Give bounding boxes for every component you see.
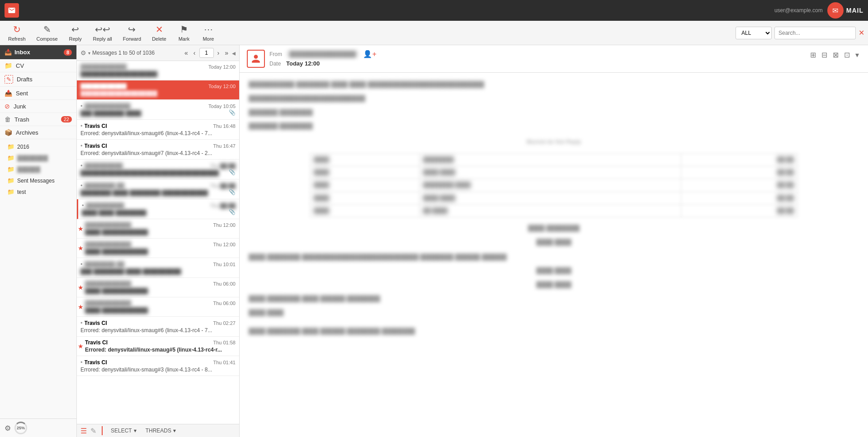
refresh-button[interactable]: ↻ Refresh xyxy=(4,22,30,43)
sent-label: Sent xyxy=(16,90,28,97)
main-layout: 📥 Inbox 8 📁 CV ✎ Drafts 📤 Sent ⊘ Junk 🗑 … xyxy=(0,45,868,437)
message-item[interactable]: ★ ████████████ Thu 12:00 ████ ██████████… xyxy=(77,239,239,258)
message-item[interactable]: • ██████████ Thu ██:██ █████████████████… xyxy=(77,160,239,179)
attachment-icon: 📎 xyxy=(229,169,236,175)
search-input[interactable] xyxy=(774,27,856,39)
compose-small-icon: ✎ xyxy=(90,427,96,435)
more-button[interactable]: ⋯ More xyxy=(197,22,220,43)
subject: ████████ ████ ████████ ████████████ xyxy=(80,190,236,196)
view-split-button[interactable]: ⊠ xyxy=(831,50,840,60)
star-icon: ★ xyxy=(78,284,84,291)
inbox-icon: 📥 xyxy=(5,49,12,56)
message-time: Thu 01:41 xyxy=(213,360,236,365)
sidebar-header-left: 📥 Inbox xyxy=(5,49,30,56)
progress-circle: 25% xyxy=(14,422,27,434)
sidebar-header: 📥 Inbox 8 xyxy=(0,45,76,59)
sidebar-folder-sent-messages[interactable]: 📁 Sent Messages xyxy=(0,175,76,186)
page-input[interactable] xyxy=(199,48,214,58)
expand-button[interactable]: ⊡ xyxy=(842,50,852,60)
message-item[interactable]: • Travis CI Thu 16:48 Errored: denysvita… xyxy=(77,120,239,140)
delete-button[interactable]: ✕ Delete xyxy=(147,22,171,43)
filter-select[interactable]: ALL Unread Starred xyxy=(736,27,772,39)
from-label: From xyxy=(269,51,282,57)
message-time: Today 12:00 xyxy=(208,64,236,70)
first-page-button[interactable]: « xyxy=(183,48,190,57)
sender: Travis CI xyxy=(85,320,211,326)
mail-icon-btn[interactable]: ✉ xyxy=(827,2,844,19)
sidebar-folder-3[interactable]: 📁 ██████ xyxy=(0,164,76,175)
reply-button[interactable]: ↩ Reply xyxy=(64,22,87,43)
next-page-button[interactable]: › xyxy=(216,48,222,57)
from-name: ████████████████ xyxy=(286,50,359,58)
sender: ████████████ xyxy=(85,281,210,287)
sidebar-item-cv[interactable]: 📁 CV xyxy=(0,59,76,72)
more-icon: ⋯ xyxy=(204,24,213,35)
junk-label: Junk xyxy=(14,103,26,110)
sidebar: 📥 Inbox 8 📁 CV ✎ Drafts 📤 Sent ⊘ Junk 🗑 … xyxy=(0,45,77,437)
sidebar-folder-test[interactable]: 📁 test xyxy=(0,186,76,197)
email-body-line: ███████████ ████████ ████ ████ █████████… xyxy=(249,80,859,89)
settings-list-icon[interactable]: ⚙ xyxy=(80,49,86,56)
sender: Travis CI xyxy=(85,339,210,346)
sender: Travis CI xyxy=(85,123,211,129)
sidebar-item-trash[interactable]: 🗑 Trash 22 xyxy=(0,113,76,126)
sidebar-item-sent[interactable]: 📤 Sent xyxy=(0,87,76,100)
sidebar-folder-2016[interactable]: 📁 2016 xyxy=(0,141,76,152)
sidebar-item-archives[interactable]: 📦 Archives xyxy=(0,126,76,139)
reply-all-button[interactable]: ↩↩ Reply all xyxy=(89,22,117,43)
message-item[interactable]: ████████████ Today 12:00 ███████████████… xyxy=(77,80,239,100)
message-time: Thu 12:00 xyxy=(213,242,236,247)
subject: ████████████████████████████████████ xyxy=(80,170,236,176)
sent-messages-icon: 📁 xyxy=(7,177,14,184)
subject: Errored: denysvitali/linux-smaug#6 (linu… xyxy=(80,327,236,334)
star-icon: ★ xyxy=(78,225,84,232)
top-bar-right: user@example.com ✉ MAIL xyxy=(774,2,863,19)
header-dropdown-icon[interactable]: ▾ xyxy=(88,51,90,56)
message-item[interactable]: ★ ████████████ Thu 06:00 ████ ██████████… xyxy=(77,278,239,297)
refresh-icon: ↻ xyxy=(13,24,21,35)
settings-icon[interactable]: ⚙ xyxy=(5,424,11,432)
email-body-footer: ████ ████████ ████ ██████ ████████ █████… xyxy=(249,327,859,336)
collapse-email-button[interactable]: ▾ xyxy=(854,50,861,60)
threads-button[interactable]: THREADS ▾ xyxy=(143,426,179,435)
toolbar-right: ALL Unread Starred ✕ xyxy=(736,27,864,39)
sidebar-item-drafts[interactable]: ✎ Drafts xyxy=(0,72,76,87)
view-full-button[interactable]: ⊟ xyxy=(820,50,829,60)
more-label: More xyxy=(203,36,214,42)
message-item[interactable]: • Travis CI Thu 02:27 Errored: denysvita… xyxy=(77,317,239,337)
folder-2-icon: 📁 xyxy=(7,155,14,161)
sidebar-item-junk[interactable]: ⊘ Junk xyxy=(0,100,76,113)
email-table: ██████████████:██ ████████ ██████:██ ███… xyxy=(310,153,798,217)
search-clear-icon[interactable]: ✕ xyxy=(859,28,864,37)
message-item[interactable]: • ████████ ██ Thu ██:██ ████████ ████ ██… xyxy=(77,179,239,199)
prev-page-button[interactable]: ‹ xyxy=(192,48,198,57)
message-item[interactable]: • ████████ ██ Thu 10:01 ███ ████████ ███… xyxy=(77,258,239,278)
trash-label: Trash xyxy=(14,116,29,123)
trash-icon: 🗑 xyxy=(5,116,11,123)
mail-badge: ✉ MAIL xyxy=(827,2,863,19)
last-page-button[interactable]: » xyxy=(223,48,230,57)
select-button[interactable]: SELECT ▾ xyxy=(108,426,139,435)
message-item[interactable]: • ████████████ Today 10:05 ███ ████████ … xyxy=(77,100,239,120)
threads-dropdown-icon: ▾ xyxy=(173,428,176,434)
sender: Travis CI xyxy=(85,359,211,366)
message-item[interactable]: • ██████████ Thu ██:██ ████ ████ ███████… xyxy=(77,199,239,219)
message-item[interactable]: ★ Travis CI Thu 01:58 Errored: denysvita… xyxy=(77,337,239,356)
threads-label: THREADS xyxy=(146,428,171,434)
message-time: Thu ██:██ xyxy=(210,183,236,188)
message-item[interactable]: ★ ████████████ Thu 06:00 ████ ██████████… xyxy=(77,297,239,317)
message-item[interactable]: ████████████ Today 12:00 ███████████████… xyxy=(77,61,239,80)
collapse-panel-button[interactable]: ◂ xyxy=(232,49,236,57)
add-contact-icon[interactable]: 👤+ xyxy=(363,50,376,58)
test-folder-icon: 📁 xyxy=(7,188,14,195)
message-item[interactable]: • Travis CI Thu 01:41 Errored: denysvita… xyxy=(77,356,239,376)
sidebar-folder-2[interactable]: 📁 ████████ xyxy=(0,152,76,164)
date-label: Date xyxy=(269,61,281,67)
forward-button[interactable]: ↪ Forward xyxy=(118,22,146,43)
view-compact-button[interactable]: ⊞ xyxy=(808,50,818,60)
message-item[interactable]: ★ ████████████ Thu 12:00 ████ ██████████… xyxy=(77,219,239,239)
message-item[interactable]: • Travis CI Thu 16:47 Errored: denysvita… xyxy=(77,140,239,160)
email-preview: From ████████████████ 👤+ Date Today 12:0… xyxy=(240,45,868,437)
mark-button[interactable]: ⚑ Mark xyxy=(173,22,195,43)
compose-button[interactable]: ✎ Compose xyxy=(32,22,62,43)
